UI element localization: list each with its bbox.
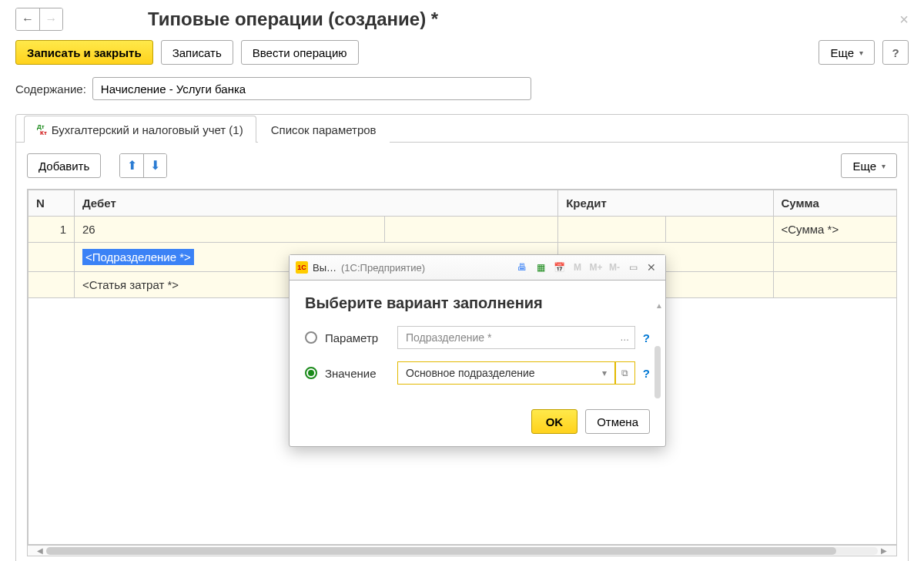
calc-icon[interactable]: ▦: [533, 260, 548, 275]
col-credit[interactable]: Кредит: [558, 190, 773, 217]
dialog-heading: Выберите вариант заполнения: [305, 294, 650, 312]
radio-value[interactable]: [305, 367, 317, 379]
option-value-row: Значение ▾ ⧉ ?: [305, 361, 650, 385]
radio-parameter[interactable]: [305, 331, 317, 344]
nav-back-button[interactable]: ←: [16, 8, 39, 30]
cell-debit-account[interactable]: 26: [75, 217, 385, 243]
option-parameter-label: Параметр: [325, 331, 390, 344]
tab-accounting-label: Бухгалтерский и налоговый учет (1): [52, 123, 243, 136]
enter-operation-button[interactable]: Ввести операцию: [241, 40, 359, 65]
cell-credit-account[interactable]: [558, 217, 666, 243]
print-icon[interactable]: 🖶: [514, 260, 530, 275]
table-row[interactable]: 1 26 <Сумма *>: [28, 217, 897, 243]
value-expand-button[interactable]: ⧉: [615, 361, 635, 385]
cancel-button[interactable]: Отмена: [585, 409, 650, 434]
cell-debit-extra[interactable]: [385, 217, 558, 243]
nav-forward-button[interactable]: →: [39, 8, 62, 30]
parameter-input[interactable]: [397, 326, 615, 349]
col-debit[interactable]: Дебет: [75, 190, 558, 217]
parameter-help-icon[interactable]: ?: [643, 331, 650, 344]
tab-parameters-label: Список параметров: [271, 123, 377, 136]
inner-more-button[interactable]: Еще: [841, 153, 897, 178]
save-button[interactable]: Записать: [161, 40, 233, 65]
dialog-close-icon[interactable]: ✕: [644, 260, 659, 275]
value-help-icon[interactable]: ?: [643, 367, 650, 380]
dialog-title-app: (1С:Предприятие): [341, 262, 425, 274]
move-up-button[interactable]: ⬆: [120, 154, 143, 177]
value-input[interactable]: [397, 361, 595, 385]
save-and-close-button[interactable]: Записать и закрыть: [15, 40, 153, 65]
m-plus-icon[interactable]: M+: [588, 260, 604, 275]
value-dropdown-button[interactable]: ▾: [595, 361, 615, 385]
cell-sum[interactable]: <Сумма *>: [773, 217, 896, 243]
dialog-title-short: Вы…: [313, 262, 336, 274]
m-minus-icon[interactable]: M-: [607, 260, 622, 275]
m-icon[interactable]: M: [570, 260, 585, 275]
fill-variant-dialog: 1C Вы… (1С:Предприятие) 🖶 ▦ 📅 M M+ M- ▭ …: [289, 254, 666, 447]
cell-n[interactable]: 1: [28, 217, 75, 243]
option-parameter-row: Параметр … ?: [305, 326, 650, 349]
window-restore-icon[interactable]: ▭: [625, 260, 641, 275]
tab-bar: ДтКт Бухгалтерский и налоговый учет (1) …: [16, 115, 908, 143]
dialog-titlebar[interactable]: 1C Вы… (1С:Предприятие) 🖶 ▦ 📅 M M+ M- ▭ …: [290, 255, 665, 280]
dialog-scrollbar[interactable]: ▲: [654, 301, 661, 400]
help-button[interactable]: ?: [882, 40, 909, 65]
close-icon[interactable]: ×: [899, 11, 909, 29]
nav-back-forward: ← →: [15, 8, 63, 31]
horizontal-scrollbar[interactable]: ◀ ▶: [28, 545, 896, 556]
calendar-icon[interactable]: 📅: [551, 260, 567, 275]
option-value-label: Значение: [325, 367, 390, 380]
dtkt-icon: ДтКт: [37, 124, 47, 136]
content-input[interactable]: [92, 77, 531, 100]
parameter-choose-button[interactable]: …: [615, 326, 635, 349]
move-arrows: ⬆ ⬇: [119, 153, 167, 178]
content-label: Содержание:: [15, 82, 86, 96]
more-button[interactable]: Еще: [819, 40, 875, 65]
ok-button[interactable]: OK: [531, 409, 578, 434]
col-n[interactable]: N: [28, 190, 75, 217]
tab-accounting[interactable]: ДтКт Бухгалтерский и налоговый учет (1): [24, 116, 256, 143]
add-button[interactable]: Добавить: [27, 153, 101, 178]
col-sum[interactable]: Сумма: [773, 190, 896, 217]
subdivision-placeholder[interactable]: <Подразделение *>: [82, 249, 194, 265]
tab-parameters[interactable]: Список параметров: [258, 116, 390, 143]
page-title: Типовые операции (создание) *: [148, 8, 438, 30]
main-toolbar: Записать и закрыть Записать Ввести опера…: [15, 40, 909, 65]
app-icon: 1C: [296, 261, 308, 274]
move-down-button[interactable]: ⬇: [143, 154, 166, 177]
cell-credit-extra[interactable]: [665, 217, 773, 243]
